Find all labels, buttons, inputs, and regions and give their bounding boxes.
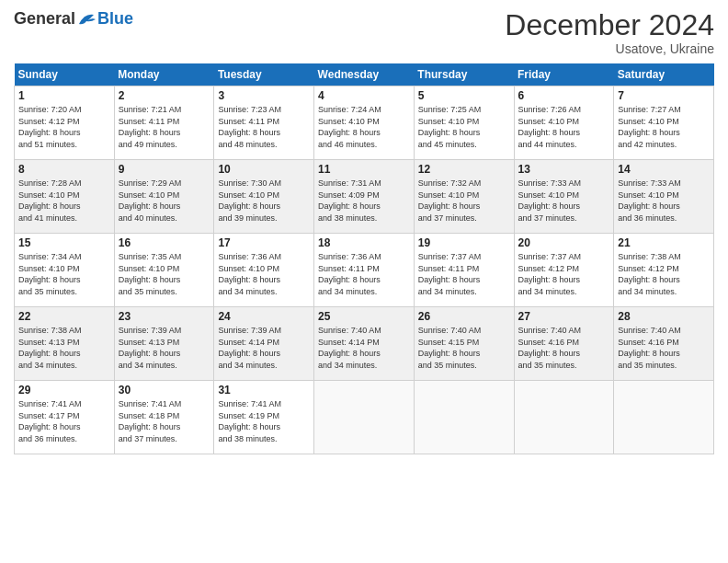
calendar-cell: 2Sunrise: 7:21 AMSunset: 4:11 PMDaylight… bbox=[114, 86, 214, 160]
calendar-cell: 8Sunrise: 7:28 AMSunset: 4:10 PMDaylight… bbox=[15, 160, 115, 234]
calendar-cell: 24Sunrise: 7:39 AMSunset: 4:14 PMDayligh… bbox=[214, 307, 314, 381]
cell-info: Sunrise: 7:29 AMSunset: 4:10 PMDaylight:… bbox=[119, 178, 210, 224]
cell-info: Sunrise: 7:37 AMSunset: 4:12 PMDaylight:… bbox=[518, 251, 610, 297]
calendar-cell: 19Sunrise: 7:37 AMSunset: 4:11 PMDayligh… bbox=[414, 234, 514, 307]
day-number: 22 bbox=[18, 310, 110, 323]
cell-info: Sunrise: 7:40 AMSunset: 4:15 PMDaylight:… bbox=[418, 325, 510, 371]
cell-info: Sunrise: 7:35 AMSunset: 4:10 PMDaylight:… bbox=[119, 251, 210, 297]
cell-info: Sunrise: 7:33 AMSunset: 4:10 PMDaylight:… bbox=[618, 178, 710, 224]
day-number: 5 bbox=[418, 89, 510, 102]
header-saturday: Saturday bbox=[614, 63, 714, 86]
day-number: 20 bbox=[518, 236, 610, 249]
day-number: 31 bbox=[218, 384, 310, 396]
week-row-5: 29Sunrise: 7:41 AMSunset: 4:17 PMDayligh… bbox=[15, 381, 714, 454]
location-subtitle: Usatove, Ukraine bbox=[505, 41, 714, 56]
day-number: 2 bbox=[119, 89, 210, 102]
cell-info: Sunrise: 7:40 AMSunset: 4:16 PMDaylight:… bbox=[618, 325, 710, 371]
calendar-cell: 28Sunrise: 7:40 AMSunset: 4:16 PMDayligh… bbox=[614, 307, 714, 381]
header: General Blue December 2024 Usatove, Ukra… bbox=[14, 9, 714, 56]
day-number: 21 bbox=[618, 236, 710, 249]
day-number: 24 bbox=[218, 310, 310, 323]
day-number: 29 bbox=[18, 384, 110, 396]
calendar-cell: 16Sunrise: 7:35 AMSunset: 4:10 PMDayligh… bbox=[114, 234, 214, 307]
header-friday: Friday bbox=[514, 63, 614, 86]
cell-info: Sunrise: 7:23 AMSunset: 4:11 PMDaylight:… bbox=[218, 104, 310, 150]
cell-info: Sunrise: 7:30 AMSunset: 4:10 PMDaylight:… bbox=[218, 178, 310, 224]
calendar-cell: 31Sunrise: 7:41 AMSunset: 4:19 PMDayligh… bbox=[214, 381, 314, 454]
cell-info: Sunrise: 7:41 AMSunset: 4:19 PMDaylight:… bbox=[218, 398, 310, 444]
header-sunday: Sunday bbox=[15, 63, 115, 86]
calendar-body: 1Sunrise: 7:20 AMSunset: 4:12 PMDaylight… bbox=[15, 86, 714, 454]
day-number: 13 bbox=[518, 163, 610, 176]
calendar-cell: 23Sunrise: 7:39 AMSunset: 4:13 PMDayligh… bbox=[114, 307, 214, 381]
day-number: 15 bbox=[18, 236, 110, 249]
month-title: December 2024 bbox=[505, 9, 714, 41]
calendar-cell: 27Sunrise: 7:40 AMSunset: 4:16 PMDayligh… bbox=[514, 307, 614, 381]
calendar-cell bbox=[414, 381, 514, 454]
calendar-cell: 17Sunrise: 7:36 AMSunset: 4:10 PMDayligh… bbox=[214, 234, 314, 307]
cell-info: Sunrise: 7:40 AMSunset: 4:14 PMDaylight:… bbox=[318, 325, 410, 371]
cell-info: Sunrise: 7:26 AMSunset: 4:10 PMDaylight:… bbox=[518, 104, 610, 150]
cell-info: Sunrise: 7:21 AMSunset: 4:11 PMDaylight:… bbox=[119, 104, 210, 150]
day-number: 18 bbox=[318, 236, 410, 249]
cell-info: Sunrise: 7:27 AMSunset: 4:10 PMDaylight:… bbox=[618, 104, 710, 150]
header-monday: Monday bbox=[114, 63, 214, 86]
cell-info: Sunrise: 7:39 AMSunset: 4:14 PMDaylight:… bbox=[218, 325, 310, 371]
calendar-table: Sunday Monday Tuesday Wednesday Thursday… bbox=[14, 63, 714, 454]
calendar-header: Sunday Monday Tuesday Wednesday Thursday… bbox=[15, 63, 714, 86]
calendar-cell: 5Sunrise: 7:25 AMSunset: 4:10 PMDaylight… bbox=[414, 86, 514, 160]
calendar-cell: 7Sunrise: 7:27 AMSunset: 4:10 PMDaylight… bbox=[614, 86, 714, 160]
calendar-cell: 21Sunrise: 7:38 AMSunset: 4:12 PMDayligh… bbox=[614, 234, 714, 307]
day-number: 10 bbox=[218, 163, 310, 176]
calendar-cell: 12Sunrise: 7:32 AMSunset: 4:10 PMDayligh… bbox=[414, 160, 514, 234]
header-thursday: Thursday bbox=[414, 63, 514, 86]
day-number: 19 bbox=[418, 236, 510, 249]
day-number: 6 bbox=[518, 89, 610, 102]
cell-info: Sunrise: 7:36 AMSunset: 4:11 PMDaylight:… bbox=[318, 251, 410, 297]
cell-info: Sunrise: 7:41 AMSunset: 4:17 PMDaylight:… bbox=[18, 398, 110, 444]
day-number: 9 bbox=[119, 163, 210, 176]
header-wednesday: Wednesday bbox=[314, 63, 415, 86]
day-number: 26 bbox=[418, 310, 510, 323]
calendar-cell: 18Sunrise: 7:36 AMSunset: 4:11 PMDayligh… bbox=[314, 234, 415, 307]
calendar-cell: 30Sunrise: 7:41 AMSunset: 4:18 PMDayligh… bbox=[114, 381, 214, 454]
cell-info: Sunrise: 7:31 AMSunset: 4:09 PMDaylight:… bbox=[318, 178, 410, 224]
calendar-cell: 25Sunrise: 7:40 AMSunset: 4:14 PMDayligh… bbox=[314, 307, 415, 381]
cell-info: Sunrise: 7:34 AMSunset: 4:10 PMDaylight:… bbox=[18, 251, 110, 297]
week-row-1: 1Sunrise: 7:20 AMSunset: 4:12 PMDaylight… bbox=[15, 86, 714, 160]
day-number: 4 bbox=[318, 89, 410, 102]
logo: General Blue bbox=[14, 9, 133, 29]
day-number: 16 bbox=[119, 236, 210, 249]
calendar-cell: 3Sunrise: 7:23 AMSunset: 4:11 PMDaylight… bbox=[214, 86, 314, 160]
calendar-cell: 6Sunrise: 7:26 AMSunset: 4:10 PMDaylight… bbox=[514, 86, 614, 160]
week-row-2: 8Sunrise: 7:28 AMSunset: 4:10 PMDaylight… bbox=[15, 160, 714, 234]
day-number: 14 bbox=[618, 163, 710, 176]
calendar-cell: 4Sunrise: 7:24 AMSunset: 4:10 PMDaylight… bbox=[314, 86, 415, 160]
days-header-row: Sunday Monday Tuesday Wednesday Thursday… bbox=[15, 63, 714, 86]
cell-info: Sunrise: 7:39 AMSunset: 4:13 PMDaylight:… bbox=[119, 325, 210, 371]
cell-info: Sunrise: 7:41 AMSunset: 4:18 PMDaylight:… bbox=[119, 398, 210, 444]
header-tuesday: Tuesday bbox=[214, 63, 314, 86]
day-number: 17 bbox=[218, 236, 310, 249]
page: General Blue December 2024 Usatove, Ukra… bbox=[0, 0, 728, 563]
logo-bird-icon bbox=[77, 11, 97, 28]
week-row-3: 15Sunrise: 7:34 AMSunset: 4:10 PMDayligh… bbox=[15, 234, 714, 307]
calendar-cell: 15Sunrise: 7:34 AMSunset: 4:10 PMDayligh… bbox=[15, 234, 115, 307]
calendar-cell: 11Sunrise: 7:31 AMSunset: 4:09 PMDayligh… bbox=[314, 160, 415, 234]
calendar-cell bbox=[314, 381, 415, 454]
calendar-cell: 14Sunrise: 7:33 AMSunset: 4:10 PMDayligh… bbox=[614, 160, 714, 234]
day-number: 8 bbox=[18, 163, 110, 176]
day-number: 25 bbox=[318, 310, 410, 323]
calendar-cell: 9Sunrise: 7:29 AMSunset: 4:10 PMDaylight… bbox=[114, 160, 214, 234]
day-number: 23 bbox=[119, 310, 210, 323]
cell-info: Sunrise: 7:25 AMSunset: 4:10 PMDaylight:… bbox=[418, 104, 510, 150]
logo-blue-text: Blue bbox=[97, 9, 133, 29]
cell-info: Sunrise: 7:38 AMSunset: 4:13 PMDaylight:… bbox=[18, 325, 110, 371]
cell-info: Sunrise: 7:40 AMSunset: 4:16 PMDaylight:… bbox=[518, 325, 610, 371]
cell-info: Sunrise: 7:33 AMSunset: 4:10 PMDaylight:… bbox=[518, 178, 610, 224]
day-number: 12 bbox=[418, 163, 510, 176]
calendar-cell: 20Sunrise: 7:37 AMSunset: 4:12 PMDayligh… bbox=[514, 234, 614, 307]
day-number: 7 bbox=[618, 89, 710, 102]
logo-general-text: General bbox=[14, 9, 75, 29]
calendar-cell bbox=[614, 381, 714, 454]
